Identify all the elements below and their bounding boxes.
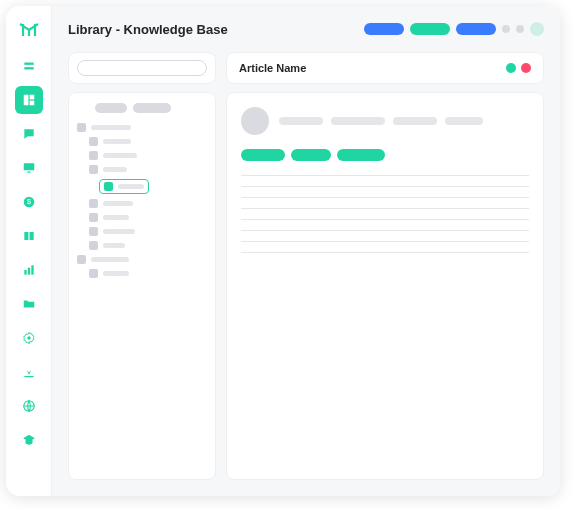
svg-rect-2	[23, 95, 28, 106]
meta-pills	[279, 117, 483, 125]
tag-pill[interactable]	[291, 149, 331, 161]
meta-pill	[331, 117, 385, 125]
article-body	[226, 92, 544, 480]
author-row	[241, 107, 529, 135]
svg-rect-4	[29, 101, 34, 106]
svg-rect-9	[24, 270, 26, 275]
tree-node[interactable]	[77, 255, 207, 264]
nav-billing-icon[interactable]: $	[15, 188, 43, 216]
search-input[interactable]	[77, 60, 207, 76]
top-actions	[364, 22, 544, 36]
app-window: $ Library - Knowledge Base	[6, 6, 560, 496]
main-area: Library - Knowledge Base	[52, 6, 560, 496]
article-content-placeholder	[241, 175, 529, 253]
svg-rect-5	[23, 163, 34, 170]
svg-rect-3	[29, 95, 34, 100]
nav-files-icon[interactable]	[15, 290, 43, 318]
nav-chat-icon[interactable]	[15, 120, 43, 148]
tree-node[interactable]	[89, 227, 207, 236]
tree-node[interactable]	[89, 213, 207, 222]
top-dot-2[interactable]	[516, 25, 524, 33]
article-header: Article Name	[226, 52, 544, 84]
top-action-pill-2[interactable]	[410, 23, 450, 35]
user-avatar-icon[interactable]	[530, 22, 544, 36]
svg-rect-10	[27, 268, 29, 275]
nav-home-icon[interactable]	[15, 52, 43, 80]
tree-card	[68, 92, 216, 480]
status-dot-red[interactable]	[521, 63, 531, 73]
article-tree	[77, 123, 207, 278]
tree-node[interactable]	[89, 199, 207, 208]
status-dot-green[interactable]	[506, 63, 516, 73]
tag-pill[interactable]	[337, 149, 385, 161]
tag-pill[interactable]	[241, 149, 285, 161]
svg-rect-1	[24, 67, 33, 69]
tree-node[interactable]	[77, 123, 207, 132]
app-logo	[17, 16, 41, 40]
svg-rect-11	[31, 265, 33, 274]
right-column: Article Name	[226, 52, 544, 480]
tree-tabs	[77, 103, 207, 113]
top-action-pill-3[interactable]	[456, 23, 496, 35]
tags-row	[241, 149, 529, 161]
nav-monitor-icon[interactable]	[15, 154, 43, 182]
nav-rail: $	[6, 6, 52, 496]
top-action-pill-1[interactable]	[364, 23, 404, 35]
nav-download-icon[interactable]	[15, 358, 43, 386]
svg-rect-6	[27, 172, 31, 173]
page-title: Library - Knowledge Base	[68, 22, 228, 37]
top-bar: Library - Knowledge Base	[52, 6, 560, 52]
tree-tab-1[interactable]	[95, 103, 127, 113]
meta-pill	[393, 117, 437, 125]
tree-node[interactable]	[89, 165, 207, 174]
tree-node[interactable]	[89, 269, 207, 278]
nav-analytics-icon[interactable]	[15, 256, 43, 284]
left-column	[68, 52, 216, 480]
svg-point-12	[27, 336, 31, 340]
nav-docs-icon[interactable]	[15, 222, 43, 250]
author-avatar-icon	[241, 107, 269, 135]
tree-tab-2[interactable]	[133, 103, 171, 113]
nav-education-icon[interactable]	[15, 426, 43, 454]
panels: Article Name	[52, 52, 560, 496]
tree-node[interactable]	[89, 151, 207, 160]
tree-node-selected[interactable]	[99, 179, 207, 194]
tree-node[interactable]	[89, 241, 207, 250]
meta-pill	[279, 117, 323, 125]
search-card	[68, 52, 216, 84]
tree-node[interactable]	[89, 137, 207, 146]
status-indicators	[506, 63, 531, 73]
article-name-label: Article Name	[239, 62, 306, 74]
svg-text:$: $	[27, 198, 31, 205]
meta-pill	[445, 117, 483, 125]
top-dot-1[interactable]	[502, 25, 510, 33]
svg-rect-0	[24, 63, 33, 65]
nav-globe-icon[interactable]	[15, 392, 43, 420]
nav-settings-icon[interactable]	[15, 324, 43, 352]
nav-library-icon[interactable]	[15, 86, 43, 114]
